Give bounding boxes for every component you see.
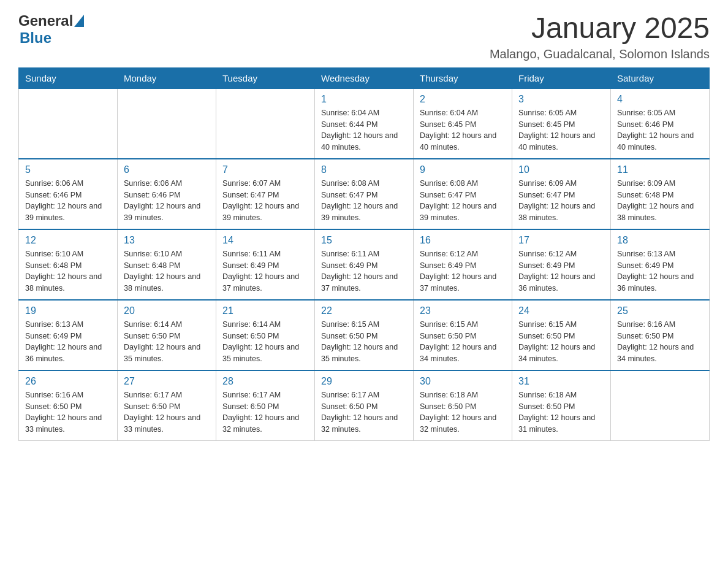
day-number: 11 — [617, 164, 703, 175]
calendar-cell: 22Sunrise: 6:15 AMSunset: 6:50 PMDayligh… — [315, 300, 414, 370]
day-number: 26 — [25, 376, 111, 387]
column-header-thursday: Thursday — [414, 67, 512, 88]
logo: General Blue — [18, 12, 84, 47]
calendar-cell — [118, 88, 216, 159]
day-number: 25 — [617, 305, 703, 316]
day-number: 17 — [518, 235, 604, 246]
day-info: Sunrise: 6:13 AMSunset: 6:49 PMDaylight:… — [25, 319, 111, 365]
day-info: Sunrise: 6:13 AMSunset: 6:49 PMDaylight:… — [617, 248, 703, 294]
day-info: Sunrise: 6:11 AMSunset: 6:49 PMDaylight:… — [222, 248, 308, 294]
day-info: Sunrise: 6:12 AMSunset: 6:49 PMDaylight:… — [420, 248, 506, 294]
column-header-wednesday: Wednesday — [315, 67, 414, 88]
column-header-sunday: Sunday — [19, 67, 118, 88]
calendar-cell: 15Sunrise: 6:11 AMSunset: 6:49 PMDayligh… — [315, 229, 414, 300]
logo-triangle-icon — [74, 15, 84, 29]
day-info: Sunrise: 6:17 AMSunset: 6:50 PMDaylight:… — [124, 389, 210, 435]
day-info: Sunrise: 6:06 AMSunset: 6:46 PMDaylight:… — [25, 178, 111, 224]
day-info: Sunrise: 6:05 AMSunset: 6:45 PMDaylight:… — [518, 107, 604, 153]
day-number: 12 — [25, 235, 111, 246]
day-number: 5 — [25, 164, 111, 175]
day-info: Sunrise: 6:18 AMSunset: 6:50 PMDaylight:… — [518, 389, 604, 435]
day-number: 6 — [124, 164, 210, 175]
calendar-table: SundayMondayTuesdayWednesdayThursdayFrid… — [18, 67, 710, 441]
calendar-cell: 20Sunrise: 6:14 AMSunset: 6:50 PMDayligh… — [118, 300, 216, 370]
day-info: Sunrise: 6:12 AMSunset: 6:49 PMDaylight:… — [518, 248, 604, 294]
page-header: General Blue January 2025 Malango, Guada… — [18, 12, 710, 61]
calendar-week-1: 1Sunrise: 6:04 AMSunset: 6:44 PMDaylight… — [19, 88, 710, 159]
day-info: Sunrise: 6:10 AMSunset: 6:48 PMDaylight:… — [25, 248, 111, 294]
day-info: Sunrise: 6:07 AMSunset: 6:47 PMDaylight:… — [222, 178, 308, 224]
calendar-cell: 24Sunrise: 6:15 AMSunset: 6:50 PMDayligh… — [512, 300, 611, 370]
calendar-week-4: 19Sunrise: 6:13 AMSunset: 6:49 PMDayligh… — [19, 300, 710, 370]
day-number: 3 — [518, 94, 604, 105]
day-number: 15 — [321, 235, 407, 246]
column-header-monday: Monday — [118, 67, 216, 88]
calendar-header-row: SundayMondayTuesdayWednesdayThursdayFrid… — [19, 67, 710, 88]
day-number: 13 — [124, 235, 210, 246]
day-info: Sunrise: 6:17 AMSunset: 6:50 PMDaylight:… — [222, 389, 308, 435]
day-info: Sunrise: 6:14 AMSunset: 6:50 PMDaylight:… — [124, 319, 210, 365]
column-header-saturday: Saturday — [611, 67, 710, 88]
day-number: 7 — [222, 164, 308, 175]
day-number: 18 — [617, 235, 703, 246]
calendar-cell: 26Sunrise: 6:16 AMSunset: 6:50 PMDayligh… — [19, 370, 118, 441]
day-info: Sunrise: 6:18 AMSunset: 6:50 PMDaylight:… — [420, 389, 506, 435]
calendar-cell: 16Sunrise: 6:12 AMSunset: 6:49 PMDayligh… — [414, 229, 512, 300]
calendar-cell: 25Sunrise: 6:16 AMSunset: 6:50 PMDayligh… — [611, 300, 710, 370]
calendar-cell: 21Sunrise: 6:14 AMSunset: 6:50 PMDayligh… — [216, 300, 315, 370]
day-info: Sunrise: 6:10 AMSunset: 6:48 PMDaylight:… — [124, 248, 210, 294]
calendar-cell: 17Sunrise: 6:12 AMSunset: 6:49 PMDayligh… — [512, 229, 611, 300]
day-number: 23 — [420, 305, 506, 316]
calendar-cell: 4Sunrise: 6:05 AMSunset: 6:46 PMDaylight… — [611, 88, 710, 159]
calendar-cell: 14Sunrise: 6:11 AMSunset: 6:49 PMDayligh… — [216, 229, 315, 300]
calendar-cell — [19, 88, 118, 159]
calendar-cell: 1Sunrise: 6:04 AMSunset: 6:44 PMDaylight… — [315, 88, 414, 159]
day-info: Sunrise: 6:15 AMSunset: 6:50 PMDaylight:… — [420, 319, 506, 365]
calendar-cell: 10Sunrise: 6:09 AMSunset: 6:47 PMDayligh… — [512, 159, 611, 229]
day-number: 29 — [321, 376, 407, 387]
day-info: Sunrise: 6:15 AMSunset: 6:50 PMDaylight:… — [321, 319, 407, 365]
day-number: 2 — [420, 94, 506, 105]
calendar-cell: 12Sunrise: 6:10 AMSunset: 6:48 PMDayligh… — [19, 229, 118, 300]
calendar-week-5: 26Sunrise: 6:16 AMSunset: 6:50 PMDayligh… — [19, 370, 710, 441]
day-number: 21 — [222, 305, 308, 316]
day-info: Sunrise: 6:05 AMSunset: 6:46 PMDaylight:… — [617, 107, 703, 153]
calendar-cell: 19Sunrise: 6:13 AMSunset: 6:49 PMDayligh… — [19, 300, 118, 370]
calendar-cell: 11Sunrise: 6:09 AMSunset: 6:48 PMDayligh… — [611, 159, 710, 229]
logo-blue-text: Blue — [20, 29, 51, 46]
day-info: Sunrise: 6:14 AMSunset: 6:50 PMDaylight:… — [222, 319, 308, 365]
day-number: 16 — [420, 235, 506, 246]
day-number: 20 — [124, 305, 210, 316]
calendar-week-3: 12Sunrise: 6:10 AMSunset: 6:48 PMDayligh… — [19, 229, 710, 300]
location-subtitle: Malango, Guadalcanal, Solomon Islands — [490, 47, 710, 61]
day-number: 9 — [420, 164, 506, 175]
calendar-cell — [611, 370, 710, 441]
calendar-cell — [216, 88, 315, 159]
calendar-cell: 18Sunrise: 6:13 AMSunset: 6:49 PMDayligh… — [611, 229, 710, 300]
calendar-cell: 6Sunrise: 6:06 AMSunset: 6:46 PMDaylight… — [118, 159, 216, 229]
calendar-cell: 9Sunrise: 6:08 AMSunset: 6:47 PMDaylight… — [414, 159, 512, 229]
calendar-cell: 31Sunrise: 6:18 AMSunset: 6:50 PMDayligh… — [512, 370, 611, 441]
day-info: Sunrise: 6:09 AMSunset: 6:47 PMDaylight:… — [518, 178, 604, 224]
day-number: 8 — [321, 164, 407, 175]
day-number: 31 — [518, 376, 604, 387]
calendar-cell: 30Sunrise: 6:18 AMSunset: 6:50 PMDayligh… — [414, 370, 512, 441]
day-info: Sunrise: 6:04 AMSunset: 6:44 PMDaylight:… — [321, 107, 407, 153]
day-info: Sunrise: 6:16 AMSunset: 6:50 PMDaylight:… — [25, 389, 111, 435]
day-number: 28 — [222, 376, 308, 387]
day-info: Sunrise: 6:15 AMSunset: 6:50 PMDaylight:… — [518, 319, 604, 365]
calendar-cell: 5Sunrise: 6:06 AMSunset: 6:46 PMDaylight… — [19, 159, 118, 229]
calendar-cell: 23Sunrise: 6:15 AMSunset: 6:50 PMDayligh… — [414, 300, 512, 370]
calendar-cell: 3Sunrise: 6:05 AMSunset: 6:45 PMDaylight… — [512, 88, 611, 159]
column-header-tuesday: Tuesday — [216, 67, 315, 88]
day-info: Sunrise: 6:11 AMSunset: 6:49 PMDaylight:… — [321, 248, 407, 294]
day-info: Sunrise: 6:06 AMSunset: 6:46 PMDaylight:… — [124, 178, 210, 224]
month-title: January 2025 — [490, 12, 710, 45]
column-header-friday: Friday — [512, 67, 611, 88]
calendar-cell: 7Sunrise: 6:07 AMSunset: 6:47 PMDaylight… — [216, 159, 315, 229]
calendar-cell: 13Sunrise: 6:10 AMSunset: 6:48 PMDayligh… — [118, 229, 216, 300]
calendar-cell: 28Sunrise: 6:17 AMSunset: 6:50 PMDayligh… — [216, 370, 315, 441]
day-number: 24 — [518, 305, 604, 316]
day-number: 30 — [420, 376, 506, 387]
day-number: 1 — [321, 94, 407, 105]
